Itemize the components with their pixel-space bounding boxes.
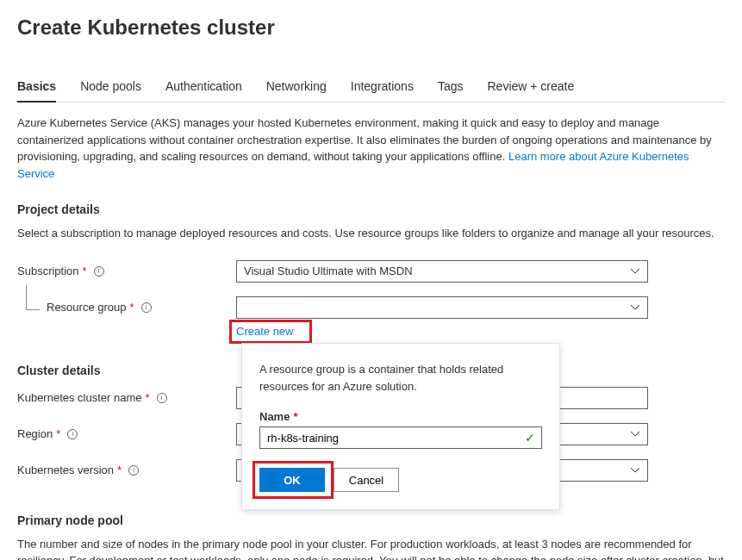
tab-basics[interactable]: Basics bbox=[17, 74, 56, 102]
subscription-dropdown[interactable]: Visual Studio Ultimate with MSDN bbox=[236, 260, 648, 283]
popover-name-label: Name bbox=[259, 410, 290, 423]
subscription-value: Visual Studio Ultimate with MSDN bbox=[244, 264, 413, 277]
required-marker: * bbox=[130, 301, 134, 314]
tab-networking[interactable]: Networking bbox=[266, 74, 327, 102]
required-marker: * bbox=[83, 264, 87, 277]
info-icon[interactable]: i bbox=[67, 429, 78, 439]
tab-authentication[interactable]: Authentication bbox=[165, 74, 242, 102]
page-title: Create Kubernetes cluster bbox=[17, 16, 725, 40]
primary-pool-heading: Primary node pool bbox=[17, 513, 725, 527]
required-marker: * bbox=[293, 410, 297, 423]
project-details-heading: Project details bbox=[17, 202, 725, 216]
create-resource-group-popover: A resource group is a container that hol… bbox=[241, 343, 560, 510]
required-marker: * bbox=[117, 464, 122, 476]
chevron-down-icon bbox=[630, 268, 640, 275]
info-icon[interactable]: i bbox=[157, 393, 167, 403]
tab-node-pools[interactable]: Node pools bbox=[80, 74, 141, 102]
intro-text: Azure Kubernetes Service (AKS) manages y… bbox=[17, 115, 725, 182]
chevron-down-icon bbox=[630, 431, 640, 438]
popover-desc: A resource group is a container that hol… bbox=[259, 361, 542, 395]
required-marker: * bbox=[146, 391, 150, 404]
info-icon[interactable]: i bbox=[94, 266, 104, 277]
subscription-label: Subscription bbox=[17, 264, 79, 277]
resource-group-name-input[interactable] bbox=[259, 426, 542, 449]
ok-button[interactable]: OK bbox=[259, 468, 325, 492]
tab-tags[interactable]: Tags bbox=[438, 74, 464, 102]
version-label: Kubernetes version bbox=[17, 464, 114, 476]
chevron-down-icon bbox=[630, 467, 640, 474]
chevron-down-icon bbox=[630, 304, 640, 311]
required-marker: * bbox=[56, 427, 60, 440]
info-icon[interactable]: i bbox=[141, 302, 152, 313]
cluster-name-label: Kubernetes cluster name bbox=[17, 391, 142, 404]
primary-pool-desc: The number and size of nodes in the prim… bbox=[17, 536, 725, 561]
tab-bar: Basics Node pools Authentication Network… bbox=[17, 74, 725, 103]
resource-group-label: Resource group bbox=[47, 301, 127, 314]
check-icon: ✓ bbox=[525, 431, 535, 445]
cancel-button[interactable]: Cancel bbox=[334, 468, 399, 492]
info-icon[interactable]: i bbox=[128, 465, 139, 476]
create-new-link[interactable]: Create new bbox=[236, 325, 293, 338]
project-details-desc: Select a subscription to manage deployed… bbox=[17, 225, 725, 242]
tab-integrations[interactable]: Integrations bbox=[351, 74, 414, 102]
resource-group-dropdown[interactable] bbox=[236, 296, 648, 319]
region-label: Region bbox=[17, 427, 53, 440]
tab-review-create[interactable]: Review + create bbox=[488, 74, 575, 102]
